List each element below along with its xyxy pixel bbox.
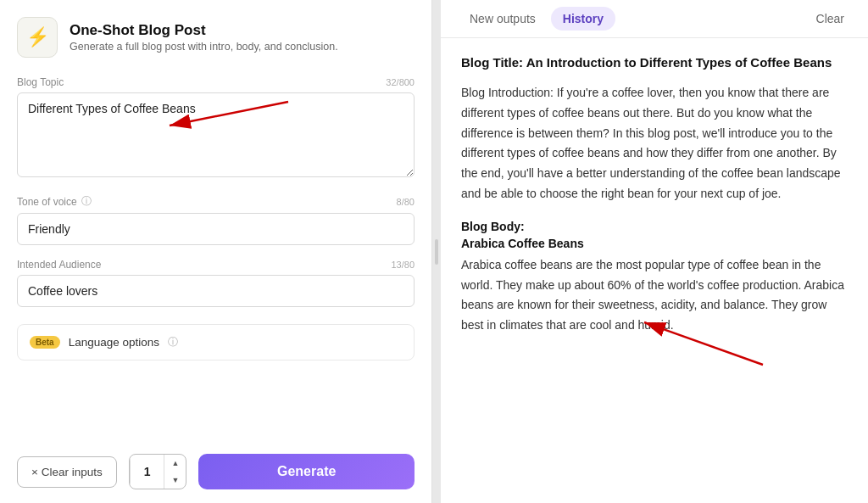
blog-body-title: Blog Body: xyxy=(461,220,848,233)
blog-body-text: Arabica coffee beans are the most popula… xyxy=(461,255,848,336)
blog-topic-label: Blog Topic xyxy=(17,76,64,88)
blog-topic-count: 32/800 xyxy=(386,77,415,87)
audience-group: Intended Audience 13/80 xyxy=(17,259,415,307)
clear-inputs-button[interactable]: × Clear inputs xyxy=(17,456,117,488)
stepper-down-button[interactable]: ▼ xyxy=(164,472,186,489)
count-stepper[interactable]: 1 ▲ ▼ xyxy=(129,454,187,489)
tone-count: 8/80 xyxy=(397,197,415,207)
panel-divider[interactable] xyxy=(432,0,441,503)
right-header: New outputs History Clear xyxy=(441,0,868,38)
tab-history[interactable]: History xyxy=(551,7,615,31)
generate-button[interactable]: Generate xyxy=(198,454,415,489)
generate-label: Generate xyxy=(277,464,336,478)
audience-input[interactable] xyxy=(17,275,415,307)
tone-label: Tone of voice xyxy=(17,196,77,208)
app-subtitle: Generate a full blog post with intro, bo… xyxy=(70,41,338,53)
beta-badge: Beta xyxy=(30,336,60,349)
language-section[interactable]: Beta Language options ⓘ xyxy=(17,324,415,360)
count-value: 1 xyxy=(130,455,165,489)
blog-title: Blog Title: An Introduction to Different… xyxy=(461,55,848,70)
right-panel: New outputs History Clear Blog Title: An… xyxy=(441,0,868,503)
audience-label: Intended Audience xyxy=(17,259,101,271)
tone-input[interactable] xyxy=(17,213,415,245)
tone-group: Tone of voice ⓘ 8/80 xyxy=(17,194,415,245)
stepper-up-button[interactable]: ▲ xyxy=(164,455,186,472)
audience-count: 13/80 xyxy=(391,260,415,270)
app-icon: ⚡ xyxy=(17,17,58,58)
clear-history-button[interactable]: Clear xyxy=(810,8,851,29)
tab-new-outputs[interactable]: New outputs xyxy=(458,7,548,31)
left-panel: ⚡ One-Shot Blog Post Generate a full blo… xyxy=(0,0,432,503)
language-label: Language options xyxy=(69,336,159,349)
blog-body-subtitle: Arabica Coffee Beans xyxy=(461,237,848,250)
language-info-icon[interactable]: ⓘ xyxy=(168,335,178,349)
clear-inputs-label: × Clear inputs xyxy=(31,466,103,478)
blog-topic-group: Blog Topic 32/800 Different Types of Cof… xyxy=(17,76,415,181)
app-title: One-Shot Blog Post xyxy=(70,22,338,39)
blog-content: Blog Title: An Introduction to Different… xyxy=(441,38,868,503)
app-header: ⚡ One-Shot Blog Post Generate a full blo… xyxy=(17,17,415,58)
divider-handle xyxy=(435,239,438,265)
blog-topic-input[interactable]: Different Types of Coffee Beans xyxy=(17,92,415,177)
header-text: One-Shot Blog Post Generate a full blog … xyxy=(70,22,338,53)
tone-info-icon[interactable]: ⓘ xyxy=(81,194,92,209)
footer-actions: × Clear inputs 1 ▲ ▼ Generate xyxy=(17,454,415,489)
blog-intro: Blog Introduction: If you're a coffee lo… xyxy=(461,83,848,204)
